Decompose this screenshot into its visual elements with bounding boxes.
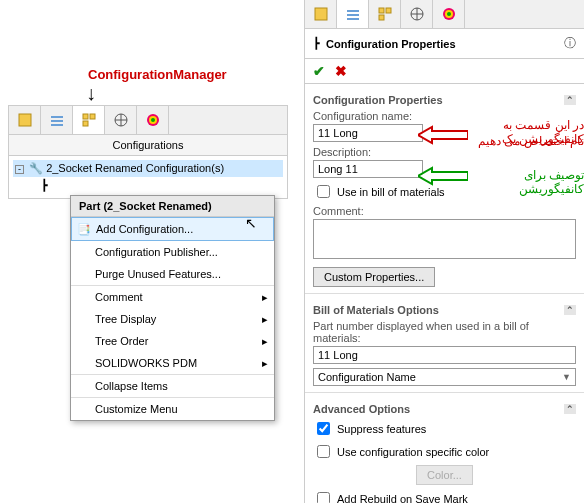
svg-rect-15 [347, 14, 359, 16]
tab-feature-tree[interactable] [9, 106, 41, 134]
right-tabbar [305, 0, 584, 29]
minus-icon: - [15, 165, 24, 174]
cursor-icon: ↖ [245, 215, 257, 231]
menu-header: Part (2_Socket Renamed) [71, 196, 274, 217]
svg-rect-14 [347, 10, 359, 12]
svg-rect-13 [315, 8, 327, 20]
use-color-label: Use configuration specific color [337, 446, 489, 458]
svg-rect-19 [379, 15, 384, 20]
tab-dimxpert[interactable] [105, 106, 137, 134]
menu-tree-order-label: Tree Order [95, 335, 148, 347]
description-input[interactable] [313, 160, 423, 178]
menu-pdm[interactable]: SOLIDWORKS PDM▸ [71, 352, 274, 374]
menu-tree-display-label: Tree Display [95, 313, 156, 325]
left-panel-title: Configurations [9, 135, 287, 156]
svg-rect-2 [51, 120, 63, 122]
properties-panel: ┣ Configuration Properties ⓘ ✔ ✖ Configu… [304, 0, 584, 503]
down-arrow-icon: ↓ [86, 82, 96, 105]
r-tab-dimxpert[interactable] [401, 0, 433, 28]
svg-rect-16 [347, 18, 359, 20]
tab-configuration-manager[interactable] [73, 106, 105, 134]
advanced-section: Advanced Options⌃ Suppress features Use … [305, 393, 584, 503]
svg-rect-5 [90, 114, 95, 119]
color-button: Color... [416, 465, 473, 485]
svg-point-25 [447, 12, 451, 16]
menu-collapse[interactable]: Collapse Items [71, 375, 274, 397]
menu-purge[interactable]: Purge Unused Features... [71, 263, 274, 285]
configurations-panel: Configurations - 🔧 2_Socket Renamed Conf… [8, 105, 288, 199]
svg-rect-1 [51, 116, 63, 118]
ok-button[interactable]: ✔ [313, 63, 325, 79]
svg-marker-27 [418, 168, 468, 184]
tab-appearance[interactable] [137, 106, 169, 134]
bom-text: Part number displayed when used in a bil… [313, 320, 576, 344]
r-tab-config[interactable] [369, 0, 401, 28]
tree-child-item[interactable]: ┣ [13, 177, 283, 194]
green-arrow-icon [418, 166, 468, 186]
svg-rect-4 [83, 114, 88, 119]
collapse-icon[interactable]: ⌃ [564, 404, 576, 414]
svg-rect-6 [83, 121, 88, 126]
left-tabbar [9, 106, 287, 135]
menu-comment-label: Comment [95, 291, 143, 303]
svg-rect-0 [19, 114, 31, 126]
menu-add-configuration-label: Add Configuration... [96, 223, 193, 235]
cancel-button[interactable]: ✖ [335, 63, 347, 79]
svg-rect-3 [51, 124, 63, 126]
menu-tree-display[interactable]: Tree Display▸ [71, 308, 274, 330]
use-in-bom-label: Use in bill of materials [337, 186, 445, 198]
suppress-checkbox[interactable] [317, 422, 330, 435]
menu-tree-order[interactable]: Tree Order▸ [71, 330, 274, 352]
use-color-checkbox[interactable] [317, 445, 330, 458]
r-tab-feature[interactable] [305, 0, 337, 28]
red-annotation-line2: نام اختصاص می دهیم [468, 134, 584, 148]
menu-config-publisher[interactable]: Configuration Publisher... [71, 241, 274, 263]
bom-value-input[interactable] [313, 346, 576, 364]
suppress-label: Suppress features [337, 423, 426, 435]
menu-pdm-label: SOLIDWORKS PDM [95, 357, 197, 369]
use-in-bom-checkbox[interactable] [317, 185, 330, 198]
chevron-right-icon: ▸ [262, 357, 268, 370]
config-props-section-title: Configuration Properties [313, 94, 443, 106]
bom-section: Bill of Materials Options⌃ Part number d… [305, 294, 584, 393]
advanced-section-title: Advanced Options [313, 403, 410, 415]
collapse-icon[interactable]: ⌃ [564, 305, 576, 315]
comment-label: Comment: [313, 205, 576, 217]
bom-section-title: Bill of Materials Options [313, 304, 439, 316]
add-rebuild-checkbox[interactable] [317, 492, 330, 503]
tab-property[interactable] [41, 106, 73, 134]
menu-customize[interactable]: Customize Menu [71, 398, 274, 420]
green-annotation: توصیف برای کانفیگوریشن [468, 168, 584, 196]
red-arrow-icon [418, 125, 468, 145]
comment-textarea[interactable] [313, 219, 576, 259]
svg-marker-26 [418, 127, 468, 143]
config-manager-label: ConfigurationManager [88, 67, 227, 82]
bom-select-value: Configuration Name [318, 371, 416, 383]
config-root-icon: 🔧 [29, 162, 43, 174]
custom-properties-button[interactable]: Custom Properties... [313, 267, 435, 287]
config-name-input[interactable] [313, 124, 423, 142]
svg-rect-17 [379, 8, 384, 13]
chevron-down-icon: ▼ [562, 372, 571, 382]
part-icon: ┣ [41, 179, 48, 191]
r-tab-property[interactable] [337, 0, 369, 28]
r-tab-appearance[interactable] [433, 0, 465, 28]
add-rebuild-label: Add Rebuild on Save Mark [337, 493, 468, 504]
config-props-icon: ┣ [313, 37, 320, 50]
chevron-right-icon: ▸ [262, 313, 268, 326]
collapse-icon[interactable]: ⌃ [564, 95, 576, 105]
config-props-title: Configuration Properties [326, 38, 456, 50]
bom-select[interactable]: Configuration Name▼ [313, 368, 576, 386]
svg-rect-18 [386, 8, 391, 13]
help-icon[interactable]: ⓘ [564, 35, 576, 52]
menu-add-configuration[interactable]: 📑 Add Configuration... [71, 217, 274, 241]
chevron-right-icon: ▸ [262, 291, 268, 304]
tree-root-label: 2_Socket Renamed Configuration(s) [46, 162, 224, 174]
menu-comment[interactable]: Comment▸ [71, 286, 274, 308]
configuration-tree: - 🔧 2_Socket Renamed Configuration(s) ┣ [9, 156, 287, 198]
svg-point-12 [151, 118, 155, 122]
add-config-icon: 📑 [77, 223, 91, 236]
tree-root-item[interactable]: - 🔧 2_Socket Renamed Configuration(s) [13, 160, 283, 177]
chevron-right-icon: ▸ [262, 335, 268, 348]
